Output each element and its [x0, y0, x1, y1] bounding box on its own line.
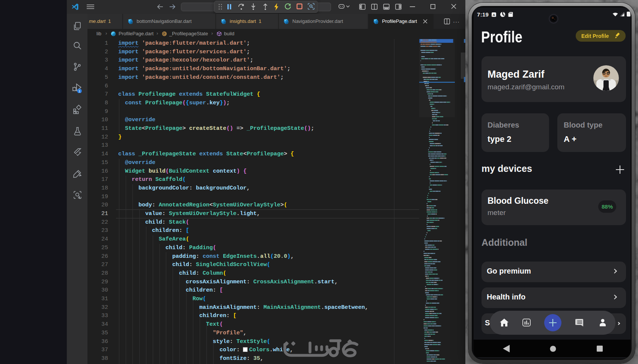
svg-text:1: 1: [78, 89, 80, 93]
svg-text:A: A: [493, 13, 495, 17]
